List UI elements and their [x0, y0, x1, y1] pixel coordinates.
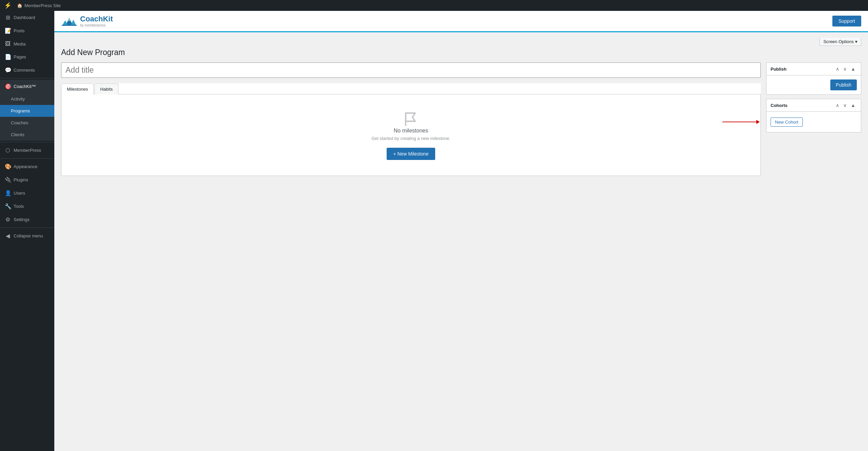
tabs-container: Milestones Habits: [61, 83, 761, 94]
screen-options-row: Screen Options ▾: [61, 38, 861, 46]
sidebar-item-comments[interactable]: 💬 Comments: [0, 64, 54, 77]
publish-panel-collapse-up[interactable]: ∧: [834, 66, 841, 72]
settings-icon: ⚙: [5, 216, 11, 223]
sidebar-item-users[interactable]: 👤 Users: [0, 186, 54, 200]
cohorts-panel-body: New Cohort: [767, 112, 861, 132]
main-content: CoachKit by memberpress Support Screen O…: [54, 11, 868, 451]
home-icon: 🏠: [17, 3, 22, 8]
logo-sub-text: by memberpress: [80, 23, 113, 27]
tab-milestones[interactable]: Milestones: [61, 84, 94, 94]
editor-main: Milestones Habits No milestones Get star: [61, 62, 761, 176]
cohorts-panel-controls: ∧ ∨ ▲: [834, 102, 857, 109]
screen-options-button[interactable]: Screen Options ▾: [819, 38, 861, 46]
page-title: Add New Program: [61, 48, 861, 57]
new-milestone-button[interactable]: + New Milestone: [387, 148, 436, 160]
sidebar-item-pages[interactable]: 📄 Pages: [0, 50, 54, 64]
sidebar-item-coaches[interactable]: Coaches: [0, 117, 54, 129]
sidebar-divider-3: [0, 158, 54, 159]
cohorts-panel: Cohorts ∧ ∨ ▲: [766, 99, 861, 132]
appearance-icon: 🎨: [5, 163, 11, 170]
tools-icon: 🔧: [5, 203, 11, 210]
publish-panel-controls: ∧ ∨ ▲: [834, 66, 857, 72]
arrow-line: [722, 122, 756, 122]
sidebar-divider-4: [0, 228, 54, 228]
sidebar-item-activity[interactable]: Activity: [0, 93, 54, 105]
sidebar-item-media[interactable]: 🖼 Media: [0, 37, 54, 50]
media-icon: 🖼: [5, 41, 11, 47]
sidebar-item-clients[interactable]: Clients: [0, 129, 54, 141]
publish-panel-body: Publish: [767, 75, 861, 94]
page-content: Screen Options ▾ Add New Program Milesto…: [54, 32, 868, 451]
title-input[interactable]: [61, 62, 761, 78]
flag-icon: [403, 110, 419, 128]
tab-habits[interactable]: Habits: [94, 84, 118, 94]
sidebar-item-plugins[interactable]: 🔌 Plugins: [0, 173, 54, 186]
coachkit-submenu: Activity Programs Coaches Clients: [0, 93, 54, 141]
new-cohort-button[interactable]: New Cohort: [771, 118, 803, 127]
svg-rect-3: [62, 25, 77, 26]
sidebar-item-appearance[interactable]: 🎨 Appearance: [0, 160, 54, 173]
screen-options-chevron: ▾: [855, 39, 857, 44]
wp-logo-icon: ⚡: [4, 2, 12, 9]
cohorts-panel-collapse-down[interactable]: ∨: [842, 102, 848, 109]
sidebar-item-tools[interactable]: 🔧 Tools: [0, 200, 54, 213]
sidebar-item-posts[interactable]: 📝 Posts: [0, 24, 54, 37]
collapse-icon: ◀: [5, 233, 11, 239]
empty-state-description: Get started by creating a new milestone.: [371, 136, 450, 141]
publish-button[interactable]: Publish: [830, 79, 857, 90]
publish-panel-title: Publish: [771, 67, 787, 72]
empty-state-title: No milestones: [394, 128, 428, 134]
users-icon: 👤: [5, 190, 11, 196]
sidebar-divider-1: [0, 78, 54, 78]
publish-panel-collapse-down[interactable]: ∨: [842, 66, 848, 72]
sidebar-item-programs[interactable]: Programs: [0, 105, 54, 117]
logo-main-text: CoachKit: [80, 15, 113, 23]
arrow-annotation: [722, 120, 760, 124]
sidebar-item-coachkit[interactable]: 🎯 CoachKit™: [0, 80, 54, 93]
cohorts-panel-header[interactable]: Cohorts ∧ ∨ ▲: [767, 99, 861, 112]
dashboard-icon: ⊞: [5, 14, 11, 21]
comments-icon: 💬: [5, 67, 11, 73]
coachkit-icon: 🎯: [5, 83, 11, 90]
coachkit-logo: CoachKit by memberpress: [61, 14, 113, 28]
coachkit-header: CoachKit by memberpress Support: [54, 11, 868, 32]
sidebar: ⊞ Dashboard 📝 Posts 🖼 Media 📄 Pages 💬 Co…: [0, 11, 54, 451]
sidebar-item-memberpress[interactable]: ⬡ MemberPress: [0, 144, 54, 157]
sidebar-item-settings[interactable]: ⚙ Settings: [0, 213, 54, 226]
logo-text-block: CoachKit by memberpress: [80, 15, 113, 27]
svg-marker-2: [71, 20, 76, 25]
sidebar-item-dashboard[interactable]: ⊞ Dashboard: [0, 11, 54, 24]
screen-options-label: Screen Options: [823, 39, 854, 44]
editor-sidebar: Publish ∧ ∨ ▲ Publish: [766, 62, 861, 137]
sidebar-item-collapse[interactable]: ◀ Collapse menu: [0, 229, 54, 242]
publish-panel-close[interactable]: ▲: [849, 66, 857, 72]
memberpress-icon: ⬡: [5, 147, 11, 154]
svg-marker-4: [68, 18, 71, 21]
arrow-head: [756, 120, 760, 124]
admin-bar: ⚡ 🏠 MemberPress Site: [0, 0, 868, 11]
site-name[interactable]: 🏠 MemberPress Site: [17, 3, 61, 8]
posts-icon: 📝: [5, 28, 11, 34]
sidebar-divider-2: [0, 142, 54, 142]
publish-panel-header[interactable]: Publish ∧ ∨ ▲: [767, 63, 861, 75]
publish-panel: Publish ∧ ∨ ▲ Publish: [766, 62, 861, 95]
logo-svg: [61, 14, 77, 28]
pages-icon: 📄: [5, 54, 11, 60]
plugins-icon: 🔌: [5, 177, 11, 183]
editor-layout: Milestones Habits No milestones Get star: [61, 62, 861, 176]
cohorts-panel-title: Cohorts: [771, 103, 788, 108]
milestones-content-panel: No milestones Get started by creating a …: [61, 94, 761, 176]
cohorts-panel-close[interactable]: ▲: [849, 102, 857, 109]
cohorts-panel-collapse-up[interactable]: ∧: [834, 102, 841, 109]
support-button[interactable]: Support: [832, 16, 861, 26]
